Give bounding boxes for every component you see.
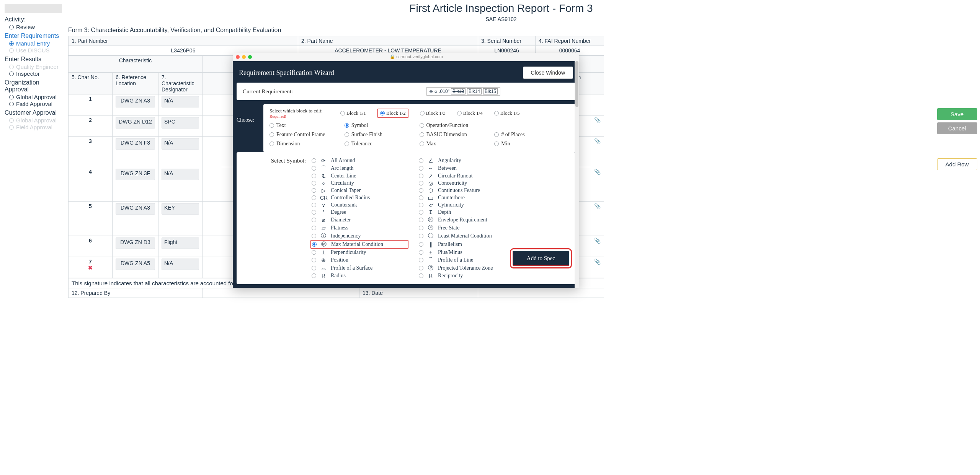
symbol-option[interactable]: ⓁLeast Material Condition xyxy=(419,233,514,239)
option-inspector[interactable]: Inspector xyxy=(5,70,64,77)
modal-scrollbar[interactable] xyxy=(575,61,579,288)
org-approval-label: Organization Approval xyxy=(5,79,64,93)
block-option[interactable]: Block 1/1 xyxy=(340,109,366,118)
symbol-option[interactable]: ⌒Arc length xyxy=(312,165,407,172)
option-review[interactable]: Review xyxy=(5,24,64,30)
type-option[interactable]: Operation/Function xyxy=(420,122,495,129)
symbol-option[interactable]: ○Circularity xyxy=(312,180,407,186)
symbol-option[interactable]: ⬡Continuous Feature xyxy=(419,187,514,194)
required-label: Required! xyxy=(270,114,340,119)
designator-cell[interactable]: N/A xyxy=(158,167,203,202)
symbol-option[interactable]: ⒻFree State xyxy=(419,224,514,231)
symbol-option[interactable]: ↧Depth xyxy=(419,209,514,215)
th-serial: 3. Serial Number xyxy=(478,36,536,46)
symbol-option[interactable]: ∠Angularity xyxy=(419,158,514,164)
symbol-option[interactable]: ⒺEnvelope Requirement xyxy=(419,216,514,223)
gdnt-icon: Ⓟ xyxy=(427,265,434,272)
symbol-option[interactable]: ⌀Diameter xyxy=(312,216,407,223)
symbol-option[interactable]: ↔Between xyxy=(419,165,514,172)
add-to-spec-button[interactable]: Add to Spec xyxy=(513,251,569,266)
symbol-option[interactable]: ⌒Profile of a Line xyxy=(419,257,514,264)
type-option[interactable]: Min xyxy=(494,141,569,147)
type-option[interactable]: Symbol xyxy=(345,122,420,129)
block-option[interactable]: Block 1/2 xyxy=(377,109,408,118)
type-option[interactable]: Dimension xyxy=(270,141,345,147)
type-option[interactable]: Feature Control Frame xyxy=(270,132,345,138)
minimize-icon xyxy=(242,55,246,59)
th-prepared-by: 12. Prepared By xyxy=(69,288,203,298)
symbol-option[interactable]: ∨Countersink xyxy=(312,202,407,208)
symbol-option[interactable]: ↗Circular Runout xyxy=(419,173,514,179)
left-sidebar: Activity: Review Enter Requirements Manu… xyxy=(0,0,68,306)
add-row-button[interactable]: Add Row xyxy=(937,158,977,170)
gdnt-icon: ⊥ xyxy=(320,249,327,255)
block-option[interactable]: Block 1/4 xyxy=(457,109,483,118)
ref-location-cell[interactable]: DWG ZN F3 xyxy=(113,137,158,167)
symbol-option[interactable]: ℄Center Line xyxy=(312,173,407,179)
cancel-button[interactable]: Cancel xyxy=(937,122,977,134)
option-field-approval-2: Field Approval xyxy=(5,124,64,130)
modal-titlebar: 🔒 scrmuat.verifyglobal.com xyxy=(233,53,579,61)
symbol-option[interactable]: ⓂMax Material Condition xyxy=(310,240,408,249)
delete-row-icon[interactable]: ✖ xyxy=(88,265,93,271)
ref-location-cell[interactable]: DWG ZN A3 xyxy=(113,94,158,115)
symbol-option[interactable]: ⌓Profile of a Surface xyxy=(312,265,407,272)
window-controls[interactable] xyxy=(236,55,252,59)
attach-icon[interactable]: 📎 xyxy=(594,259,601,265)
symbol-option[interactable]: RRadius xyxy=(312,273,407,279)
ref-location-cell[interactable]: DWG ZN A3 xyxy=(113,202,158,236)
ref-location-cell[interactable]: DWG ZN 3F xyxy=(113,167,158,202)
current-requirement-panel: Current Requirement: ⊕ ⌀ .010" Blk13 Blk… xyxy=(237,83,575,100)
attach-icon[interactable]: 📎 xyxy=(594,238,601,244)
designator-cell[interactable]: Flight xyxy=(158,236,203,257)
current-req-label: Current Requirement: xyxy=(243,88,293,95)
ref-location-cell[interactable]: DWG ZN D12 xyxy=(113,115,158,137)
option-manual-entry[interactable]: Manual Entry xyxy=(5,40,64,47)
type-option[interactable]: Surface Finish xyxy=(345,132,420,138)
save-button[interactable]: Save xyxy=(937,108,977,120)
symbol-option[interactable]: °Degree xyxy=(312,209,407,215)
symbol-option[interactable]: ⌭Cylindricity xyxy=(419,202,514,208)
symbol-option[interactable]: ⟳All Around xyxy=(312,158,407,164)
attach-icon[interactable]: 📎 xyxy=(594,138,601,144)
symbol-option[interactable]: ◎Concentricity xyxy=(419,180,514,186)
cust-approval-label: Customer Approval xyxy=(5,109,64,116)
attach-icon[interactable]: 📎 xyxy=(594,117,601,123)
symbol-option[interactable]: ⓅProjected Tolerance Zone xyxy=(419,265,514,272)
designator-cell[interactable]: N/A xyxy=(158,137,203,167)
char-no: 1 xyxy=(69,94,113,115)
type-option[interactable]: BASIC Dimension xyxy=(420,132,495,138)
block-option[interactable]: Block 1/5 xyxy=(494,109,520,118)
designator-cell[interactable]: SPC xyxy=(158,115,203,137)
attach-icon[interactable]: 📎 xyxy=(594,203,601,209)
symbol-option[interactable]: ∥Parallelism xyxy=(419,241,514,248)
type-option[interactable]: Text xyxy=(270,122,345,129)
symbol-option[interactable]: ▷Conical Taper xyxy=(312,187,407,194)
symbol-option[interactable]: ⊕Position xyxy=(312,257,407,264)
symbol-option[interactable]: ±Plus/Minus xyxy=(419,249,514,255)
gdnt-icon: ⓘ xyxy=(320,233,327,239)
type-option[interactable]: Max xyxy=(420,141,495,147)
designator-cell[interactable]: N/A xyxy=(158,257,203,278)
symbol-option[interactable]: RReciprocity xyxy=(419,273,514,279)
type-option[interactable]: # of Places xyxy=(494,132,569,138)
symbol-option[interactable]: ⊥Perpendicularity xyxy=(312,249,407,255)
symbol-option[interactable]: ▱Flatness xyxy=(312,224,407,231)
attach-icon[interactable]: 📎 xyxy=(594,169,601,175)
type-option[interactable]: Tolerance xyxy=(345,141,420,147)
gdnt-icon: ° xyxy=(320,209,327,215)
block-option[interactable]: Block 1/3 xyxy=(420,109,446,118)
close-window-button[interactable]: Close Window xyxy=(523,67,573,79)
symbol-option[interactable]: ⌴Counterbore xyxy=(419,195,514,201)
symbol-option[interactable]: ⓘIndependency xyxy=(312,233,407,239)
option-field-approval[interactable]: Field Approval xyxy=(5,101,64,107)
ref-location-cell[interactable]: DWG ZN A5 xyxy=(113,257,158,278)
designator-cell[interactable]: KEY xyxy=(158,202,203,236)
gdnt-icon: ◎ xyxy=(427,180,434,186)
gdnt-icon: ⌓ xyxy=(320,265,327,272)
designator-cell[interactable]: N/A xyxy=(158,94,203,115)
ref-location-cell[interactable]: DWG ZN D3 xyxy=(113,236,158,257)
option-global-approval[interactable]: Global Approval xyxy=(5,94,64,100)
symbol-option[interactable]: CRControlled Radius xyxy=(312,195,407,201)
enter-results-label: Enter Results xyxy=(5,56,64,63)
